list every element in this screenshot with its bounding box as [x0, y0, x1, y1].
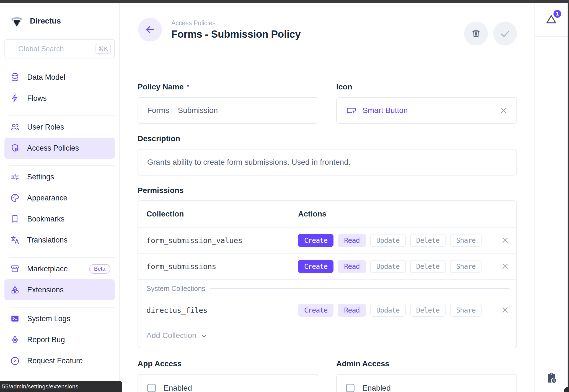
- main-content: Access Policies Forms - Submission Polic…: [120, 3, 534, 392]
- sidebar-item-label: Translations: [27, 236, 68, 244]
- brand: Directus: [10, 14, 115, 27]
- translate-icon: [10, 235, 20, 245]
- remove-row-icon[interactable]: [501, 262, 509, 270]
- permission-row-form-submission-values: form_submission_valuesCreateReadUpdateDe…: [138, 228, 516, 254]
- action-chips: CreateReadUpdateDeleteShare: [298, 260, 482, 273]
- sidebar-item-label: Request Feature: [27, 357, 83, 365]
- screen-right-edge: [568, 0, 569, 392]
- back-button[interactable]: [138, 18, 162, 42]
- app-access-checkbox[interactable]: [147, 384, 156, 392]
- sidebar-item-label: User Roles: [27, 123, 64, 131]
- icon-label: Icon: [336, 83, 517, 91]
- sidebar-nav: Data ModelFlowsUser RolesAccess Policies…: [0, 67, 119, 371]
- app-access-box: Enabled: [138, 374, 318, 392]
- sidebar: Directus Global Search ⌘K Data ModelFlow…: [0, 3, 120, 392]
- action-chip-create[interactable]: Create: [298, 260, 333, 273]
- action-chip-share[interactable]: Share: [450, 304, 482, 317]
- notifications-section: 1: [535, 3, 568, 37]
- palette-icon: [10, 193, 20, 203]
- sidebar-item-label: Report Bug: [27, 336, 65, 344]
- global-search-input[interactable]: Global Search ⌘K: [4, 39, 115, 58]
- sidebar-item-bookmarks[interactable]: Bookmarks: [4, 208, 115, 229]
- action-chip-read[interactable]: Read: [338, 260, 366, 273]
- action-chip-delete[interactable]: Delete: [410, 304, 446, 317]
- icon-input[interactable]: Smart Button: [336, 97, 517, 124]
- notifications-button[interactable]: 1: [545, 13, 558, 27]
- collection-name: form_submission_values: [138, 236, 298, 245]
- system-collections-label: System Collections: [146, 285, 205, 293]
- trash-icon: [471, 28, 481, 39]
- permissions-table-header: Collection Actions: [138, 201, 516, 228]
- search-shortcut-key: ⌘K: [95, 44, 111, 54]
- chevron-down-icon: [200, 332, 208, 340]
- sidebar-item-request-feature[interactable]: Request Feature: [4, 350, 115, 371]
- breadcrumb[interactable]: Access Policies: [171, 19, 301, 27]
- remove-row-icon[interactable]: [501, 236, 509, 244]
- beta-badge: Beta: [89, 264, 110, 274]
- permissions-table: Collection Actions form_submission_value…: [138, 200, 517, 348]
- page-title: Forms - Submission Policy: [171, 29, 301, 40]
- status-url-tooltip: 55/admin/settings/extensions: [0, 381, 122, 392]
- sidebar-item-extensions[interactable]: Extensions: [4, 279, 115, 300]
- divider-line: [210, 288, 509, 289]
- sidebar-item-label: Data Model: [27, 73, 65, 82]
- action-chip-share[interactable]: Share: [450, 260, 482, 273]
- collection-name: form_submissions: [138, 262, 298, 271]
- admin-access-label: Admin Access: [336, 360, 517, 368]
- bolt-icon: [10, 94, 20, 103]
- policy-name-value: Forms – Submission: [147, 106, 218, 115]
- sidebar-item-report-bug[interactable]: Report Bug: [4, 329, 115, 350]
- sidebar-item-user-roles[interactable]: User Roles: [4, 117, 115, 138]
- action-chip-create[interactable]: Create: [298, 304, 333, 317]
- action-chip-read[interactable]: Read: [338, 304, 366, 317]
- sidebar-item-label: Flows: [27, 94, 47, 103]
- sidebar-divider: [9, 165, 115, 166]
- revisions-button[interactable]: [545, 372, 558, 384]
- policy-name-input[interactable]: Forms – Submission: [138, 97, 318, 124]
- add-collection-button[interactable]: Add Collection: [138, 323, 516, 348]
- permissions-label: Permissions: [138, 187, 517, 194]
- permission-row-directus-files: directus_filesCreateReadUpdateDeleteShar…: [138, 297, 516, 323]
- action-chip-delete[interactable]: Delete: [410, 260, 446, 273]
- sidebar-divider: [9, 257, 115, 258]
- right-sidebar: 1: [534, 3, 568, 392]
- clipboard-clock-icon: [545, 372, 558, 384]
- description-input[interactable]: Grants ability to create form submission…: [138, 149, 517, 176]
- admin-access-checkbox-label: Enabled: [362, 384, 391, 392]
- arrow-left-icon: [144, 24, 156, 35]
- app-access-checkbox-label: Enabled: [164, 384, 192, 392]
- close-icon[interactable]: [499, 106, 508, 115]
- sidebar-item-appearance[interactable]: Appearance: [4, 187, 115, 208]
- action-chips: CreateReadUpdateDeleteShare: [298, 304, 482, 317]
- bookmark-icon: [10, 214, 20, 224]
- delete-button[interactable]: [464, 22, 488, 45]
- action-chip-update[interactable]: Update: [370, 234, 406, 247]
- action-chip-delete[interactable]: Delete: [410, 234, 446, 247]
- sidebar-item-settings[interactable]: Settings: [4, 166, 115, 187]
- action-chip-read[interactable]: Read: [338, 234, 366, 247]
- sidebar-item-data-model[interactable]: Data Model: [4, 67, 115, 88]
- sidebar-item-access-policies[interactable]: Access Policies: [4, 138, 115, 159]
- save-button[interactable]: [493, 22, 517, 45]
- action-chip-update[interactable]: Update: [370, 260, 406, 273]
- sidebar-item-translations[interactable]: Translations: [4, 229, 115, 251]
- page-header: Access Policies Forms - Submission Polic…: [138, 18, 301, 42]
- sidebar-item-flows[interactable]: Flows: [4, 88, 115, 109]
- admin-access-checkbox[interactable]: [346, 384, 355, 392]
- remove-row-icon[interactable]: [501, 306, 509, 314]
- sidebar-item-marketplace[interactable]: MarketplaceBeta: [4, 258, 115, 279]
- sidebar-item-label: System Logs: [27, 314, 70, 323]
- bug-icon: [10, 335, 20, 344]
- sidebar-item-label: Settings: [27, 173, 54, 181]
- action-chip-update[interactable]: Update: [370, 304, 406, 317]
- action-chip-create[interactable]: Create: [298, 234, 333, 247]
- sidebar-item-label: Bookmarks: [27, 215, 64, 223]
- policy-name-label: Policy Name: [138, 83, 318, 91]
- notification-count-badge: 1: [553, 9, 562, 19]
- category-icon: [10, 285, 20, 295]
- action-chip-share[interactable]: Share: [450, 234, 482, 247]
- storefront-icon: [10, 264, 20, 274]
- sidebar-divider: [9, 307, 115, 308]
- sidebar-item-system-logs[interactable]: System Logs: [4, 308, 115, 329]
- admin-access-box: Enabled: [336, 374, 517, 392]
